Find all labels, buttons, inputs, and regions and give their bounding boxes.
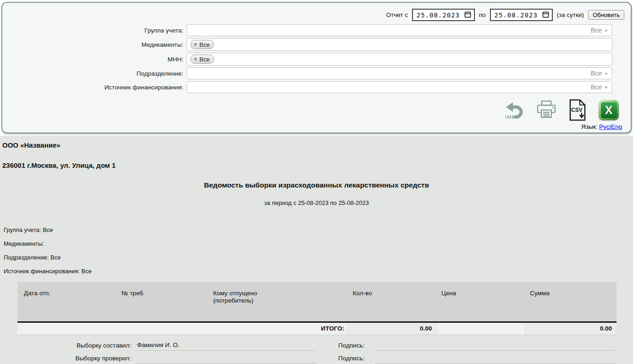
totals-label: ИТОГО: xyxy=(17,322,348,335)
filter-row-account-group: Группа учета: Все ▾ xyxy=(2,24,631,36)
department-value: Все xyxy=(591,70,602,77)
excel-export-icon[interactable]: X xyxy=(599,100,619,120)
totals-price xyxy=(437,322,525,335)
undo-icon[interactable] xyxy=(504,102,524,119)
summary-account-group: Группа учета: Все xyxy=(4,227,633,233)
calendar-icon[interactable] xyxy=(542,11,549,19)
date-row: Отчет с 25.08.2023 по 25.08.2023 (за сут… xyxy=(2,3,631,21)
csv-download-icon[interactable]: CSV xyxy=(568,99,587,121)
report-table: Дата отп. № треб. Кому отпущено (потреби… xyxy=(17,282,616,335)
signature-field xyxy=(375,342,616,351)
chevron-down-icon: ▾ xyxy=(605,28,607,33)
filter-summary: Группа учета: Все Медикаменты: Подраздел… xyxy=(4,227,633,274)
selected-tag: × Все xyxy=(190,40,214,49)
filter-rows: Группа учета: Все ▾ Медикаменты: × Все xyxy=(2,24,631,93)
department-label: Подразделение: xyxy=(2,70,187,77)
filter-row-department: Подразделение: Все ▾ xyxy=(2,67,631,79)
funding-source-value: Все xyxy=(591,83,602,91)
date-to-value: 25.08.2023 xyxy=(495,11,538,19)
compiled-by-label: Выборку составил: xyxy=(17,342,136,351)
summary-department: Подразделение: Все xyxy=(4,254,633,260)
account-group-select[interactable]: Все ▾ xyxy=(187,24,612,36)
refresh-button[interactable]: Обновить xyxy=(588,10,624,20)
language-switcher: Язык: Рус|Eng xyxy=(2,123,622,130)
report-title: Ведомость выборки израсходованных лекарс… xyxy=(0,181,633,189)
totals-quantity: 0.00 xyxy=(348,322,436,335)
print-icon[interactable] xyxy=(536,100,556,120)
signature-field xyxy=(375,355,616,364)
language-label: Язык: xyxy=(581,123,597,130)
csv-icon-label: CSV xyxy=(571,107,583,113)
signature-label: Подпись: xyxy=(338,342,375,351)
column-header-sum: Сумма xyxy=(525,282,616,322)
checked-by-value xyxy=(136,355,317,364)
checked-by-label: Выборку проверил: xyxy=(17,355,136,364)
table-header-row: Дата отп. № треб. Кому отпущено (потреби… xyxy=(17,282,616,322)
compiled-by-value: Фамилия И. О. xyxy=(136,342,317,351)
toolbar: CSV X xyxy=(2,99,619,121)
filter-panel: Отчет с 25.08.2023 по 25.08.2023 (за сут… xyxy=(1,2,632,133)
account-group-value: Все xyxy=(591,27,602,34)
date-to-input[interactable]: 25.08.2023 xyxy=(490,9,553,21)
selected-tag: × Все xyxy=(190,55,214,64)
language-link-rus[interactable]: Рус xyxy=(599,123,609,130)
funding-source-label: Источник финансирования: xyxy=(2,84,187,91)
signatures: Выборку составил: Фамилия И. О. Подпись:… xyxy=(17,338,616,364)
report-area: ООО «Название» 236001 г.Москва, ул. Улиц… xyxy=(0,136,633,364)
filter-row-mnn: МНН: × Все xyxy=(2,53,631,66)
org-name: ООО «Название» xyxy=(2,142,633,149)
per-day-label: (за сутки) xyxy=(557,11,584,18)
date-from-input[interactable]: 25.08.2023 xyxy=(412,9,475,21)
signature-row-checked: Выборку проверил: Подпись: xyxy=(17,351,616,364)
column-header-quantity: Кол-во xyxy=(348,282,436,322)
column-header-req-number: № треб. xyxy=(117,282,209,322)
summary-medicines: Медикаменты: xyxy=(4,241,633,247)
signature-label: Подпись: xyxy=(338,355,375,364)
funding-source-select[interactable]: Все ▾ xyxy=(187,81,612,93)
signature-row-compiled: Выборку составил: Фамилия И. О. Подпись: xyxy=(17,338,616,351)
filter-row-medicines: Медикаменты: × Все xyxy=(2,38,631,51)
page: { "filters": { "date_row": { "report_fro… xyxy=(0,0,633,364)
calendar-icon[interactable] xyxy=(464,11,471,19)
report-period: за период с 25-08-2023 по 25-08-2023 xyxy=(0,200,633,206)
column-header-date: Дата отп. xyxy=(17,282,117,322)
totals-row: ИТОГО: 0.00 0.00 xyxy=(17,322,616,335)
totals-sum: 0.00 xyxy=(525,322,616,335)
department-select[interactable]: Все ▾ xyxy=(187,67,612,79)
date-to-label: по xyxy=(479,11,486,18)
medicines-multiselect[interactable]: × Все xyxy=(187,38,612,51)
mnn-multiselect[interactable]: × Все xyxy=(187,53,612,66)
account-group-label: Группа учета: xyxy=(2,27,187,34)
tag-label: Все xyxy=(199,56,209,63)
chevron-down-icon: ▾ xyxy=(605,71,607,76)
org-address: 236001 г.Москва, ул. Улица, дом 1 xyxy=(2,162,633,169)
date-from-value: 25.08.2023 xyxy=(417,11,460,19)
column-header-price: Цена xyxy=(437,282,525,322)
remove-tag-icon[interactable]: × xyxy=(194,42,197,47)
language-link-eng[interactable]: Eng xyxy=(611,123,622,130)
filter-row-funding-source: Источник финансирования: Все ▾ xyxy=(2,81,631,93)
summary-funding-source: Источник финансирования: Все xyxy=(4,268,633,274)
medicines-label: Медикаменты: xyxy=(2,41,187,48)
chevron-down-icon: ▾ xyxy=(605,85,607,90)
tag-label: Все xyxy=(199,41,209,48)
mnn-label: МНН: xyxy=(2,56,187,63)
report-from-label: Отчет с xyxy=(386,11,407,18)
excel-icon-letter: X xyxy=(601,102,617,118)
column-header-recipient: Кому отпущено (потребитель) xyxy=(209,282,348,322)
remove-tag-icon[interactable]: × xyxy=(194,56,197,62)
